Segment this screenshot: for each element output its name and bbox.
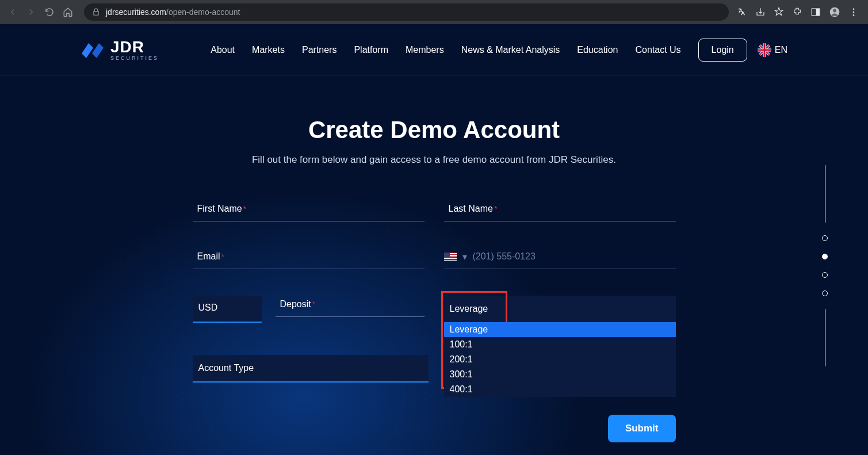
back-button[interactable]	[5, 4, 21, 20]
last-name-input[interactable]	[444, 200, 676, 221]
main-nav: About Markets Partners Platform Members …	[211, 45, 680, 55]
nav-partners[interactable]: Partners	[302, 45, 337, 55]
leverage-option-400[interactable]: 400:1	[444, 382, 676, 397]
nav-platform[interactable]: Platform	[354, 45, 388, 55]
first-name-field: First Name*	[193, 200, 425, 221]
page-title: Create Demo Account	[193, 116, 676, 144]
nav-contact[interactable]: Contact Us	[635, 45, 680, 55]
section-dot-3[interactable]	[822, 272, 828, 278]
nav-about[interactable]: About	[211, 45, 235, 55]
phone-field: ▾	[444, 248, 676, 269]
lock-icon	[92, 8, 100, 16]
leverage-option-200[interactable]: 200:1	[444, 352, 676, 367]
email-input[interactable]	[193, 248, 425, 269]
page-subtitle: Fill out the form below and gain access …	[193, 154, 676, 166]
chevron-down-icon[interactable]: ▾	[462, 251, 467, 262]
account-type-select[interactable]: Account Type	[193, 355, 429, 383]
page-body: Create Demo Account Fill out the form be…	[0, 76, 868, 455]
uk-flag-icon	[758, 43, 771, 57]
last-name-field: Last Name*	[444, 200, 676, 221]
url-domain: jdrsecurities.com	[106, 7, 166, 17]
logo-subtitle: SECURITIES	[110, 55, 159, 61]
leverage-field: Leverage Leverage 100:1 200:1 300:1 400:…	[444, 296, 676, 323]
share-icon[interactable]	[755, 7, 766, 17]
email-field: Email*	[193, 248, 425, 269]
first-name-input[interactable]	[193, 200, 425, 221]
section-dot-1[interactable]	[822, 235, 828, 241]
nav-education[interactable]: Education	[577, 45, 618, 55]
nav-news[interactable]: News & Market Analysis	[461, 45, 560, 55]
indicator-line-bottom	[825, 309, 825, 366]
section-dot-2[interactable]	[822, 254, 828, 259]
section-dot-4[interactable]	[822, 290, 828, 296]
language-switcher[interactable]: EN	[758, 43, 787, 57]
bookmark-star-icon[interactable]	[774, 7, 784, 17]
svg-point-3	[833, 9, 836, 13]
profile-icon[interactable]	[829, 6, 840, 18]
leverage-option-300[interactable]: 300:1	[444, 367, 676, 382]
login-button[interactable]: Login	[698, 39, 747, 62]
browser-chrome: jdrsecurities.com/open-demo-account	[0, 0, 868, 24]
svg-rect-1	[816, 9, 820, 16]
svg-point-5	[853, 12, 855, 13]
submit-button[interactable]: Submit	[608, 415, 676, 442]
translate-icon[interactable]	[737, 7, 747, 17]
currency-select[interactable]: USD	[193, 296, 262, 323]
logo-title: JDR	[110, 39, 159, 55]
page-section-indicator	[822, 165, 828, 366]
nav-markets[interactable]: Markets	[252, 45, 285, 55]
leverage-option-100[interactable]: 100:1	[444, 337, 676, 352]
svg-point-4	[853, 8, 855, 10]
logo-mark-icon	[81, 40, 106, 60]
panel-icon[interactable]	[810, 7, 821, 17]
home-button[interactable]	[60, 4, 76, 20]
deposit-field: Deposit*	[276, 296, 425, 323]
phone-input[interactable]	[473, 251, 676, 262]
deposit-input[interactable]	[276, 296, 425, 317]
indicator-line-top	[825, 165, 825, 223]
url-path: /open-demo-account	[166, 7, 240, 17]
us-flag-icon[interactable]	[444, 253, 457, 261]
forward-button[interactable]	[23, 4, 39, 20]
leverage-select[interactable]: Leverage	[444, 296, 676, 323]
reload-button[interactable]	[41, 4, 58, 20]
demo-account-form: First Name* Last Name* Email* ▾ USD Depo…	[193, 200, 676, 442]
extensions-icon[interactable]	[792, 7, 802, 17]
leverage-option-placeholder[interactable]: Leverage	[444, 322, 676, 337]
logo[interactable]: JDR SECURITIES	[81, 39, 159, 61]
language-code: EN	[775, 45, 787, 55]
menu-dots-icon[interactable]	[848, 7, 859, 17]
url-bar[interactable]: jdrsecurities.com/open-demo-account	[84, 3, 729, 21]
svg-point-6	[853, 14, 855, 16]
leverage-dropdown: Leverage 100:1 200:1 300:1 400:1	[444, 322, 676, 397]
nav-members[interactable]: Members	[406, 45, 444, 55]
site-header: JDR SECURITIES About Markets Partners Pl…	[0, 24, 868, 76]
